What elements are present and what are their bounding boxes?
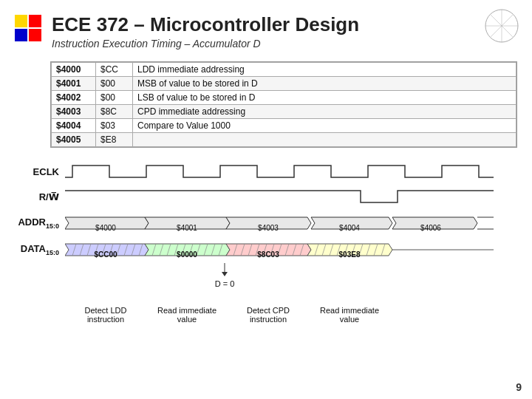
table-cell-addr: $4000 [52, 63, 96, 77]
annotation-1: Read immediatevalue [146, 306, 228, 324]
table-cell-hex: $8C [96, 105, 133, 119]
data-val-1: $0000 [146, 250, 228, 259]
table-cell-desc: CPD immediate addressing [133, 105, 516, 119]
table-cell-desc: MSB of value to be stored in D [133, 77, 516, 91]
table-row: $4001$00MSB of value to be stored in D [52, 77, 516, 91]
corner-logo [483, 7, 520, 44]
main-title: ECE 372 – Microcontroller Design [52, 13, 359, 36]
annotations: Detect LDDinstruction Read immediatevalu… [65, 306, 494, 324]
svg-rect-0 [15, 15, 27, 27]
table-cell-desc: Compare to Value 1000 [133, 119, 516, 133]
eclk-row: ECLK [12, 161, 520, 182]
table-cell-addr: $4004 [52, 119, 96, 133]
table-cell-hex: $00 [96, 91, 133, 105]
table-cell-hex: $00 [96, 77, 133, 91]
table-cell-hex: $E8 [96, 133, 133, 147]
rw-canvas [65, 186, 520, 207]
svg-rect-1 [29, 15, 41, 27]
timing-diagram: ECLK R/W̅ ADDR15:0 [12, 161, 520, 324]
table-cell-desc: LDD immediate addressing [133, 63, 516, 77]
table-cell-hex: $03 [96, 119, 133, 133]
subtitle: Instruction Execution Timing – Accumulat… [52, 38, 359, 50]
data-val-2: $8C03 [228, 250, 309, 259]
addr-value-labels: $4000 $4001 $4003 $4004 $4006 [65, 224, 494, 232]
table-row: $4000$CCLDD immediate addressing [52, 63, 516, 77]
table-row: $4003$8CCPD immediate addressing [52, 105, 516, 119]
addr-val-4: $4006 [390, 224, 471, 232]
rw-row: R/W̅ [12, 186, 520, 207]
addr-val-0: $4000 [65, 224, 146, 232]
data-val-0: $CC00 [65, 250, 146, 259]
addr-val-2: $4003 [228, 224, 309, 232]
table-cell-hex: $CC [96, 63, 133, 77]
table-cell-addr: $4005 [52, 133, 96, 147]
table-row: $4004$03Compare to Value 1000 [52, 119, 516, 133]
header: ECE 372 – Microcontroller Design Instruc… [0, 0, 532, 54]
page-number: 9 [516, 381, 522, 393]
data-label: DATA15:0 [12, 243, 65, 256]
annotation-2: Detect CPDinstruction [228, 306, 309, 324]
instruction-table: $4000$CCLDD immediate addressing$4001$00… [50, 61, 517, 148]
svg-rect-2 [15, 29, 27, 41]
addr-val-1: $4001 [146, 224, 228, 232]
rw-label: R/W̅ [12, 191, 65, 202]
addr-label: ADDR15:0 [12, 216, 65, 230]
table-cell-addr: $4001 [52, 77, 96, 91]
table-cell-desc [133, 133, 516, 147]
eclk-label: ECLK [12, 166, 65, 177]
logo [15, 15, 41, 41]
addr-val-3: $4004 [309, 224, 390, 232]
title-block: ECE 372 – Microcontroller Design Instruc… [52, 13, 359, 50]
data-val-3: $03E8 [309, 250, 390, 259]
table-cell-addr: $4002 [52, 91, 96, 105]
table-cell-addr: $4003 [52, 105, 96, 119]
annotation-0: Detect LDDinstruction [65, 306, 146, 324]
table-row: $4005$E8 [52, 133, 516, 147]
svg-marker-62 [222, 272, 228, 276]
eclk-canvas [65, 161, 520, 182]
table-row: $4002$00LSB of value to be stored in D [52, 91, 516, 105]
svg-rect-3 [29, 29, 41, 41]
d-equals-label: D = 0 [195, 263, 254, 288]
data-value-labels: $CC00 $0000 $8C03 $03E8 [65, 250, 494, 259]
annotation-3: Read immediatevalue [309, 306, 390, 324]
table-cell-desc: LSB of value to be stored in D [133, 91, 516, 105]
